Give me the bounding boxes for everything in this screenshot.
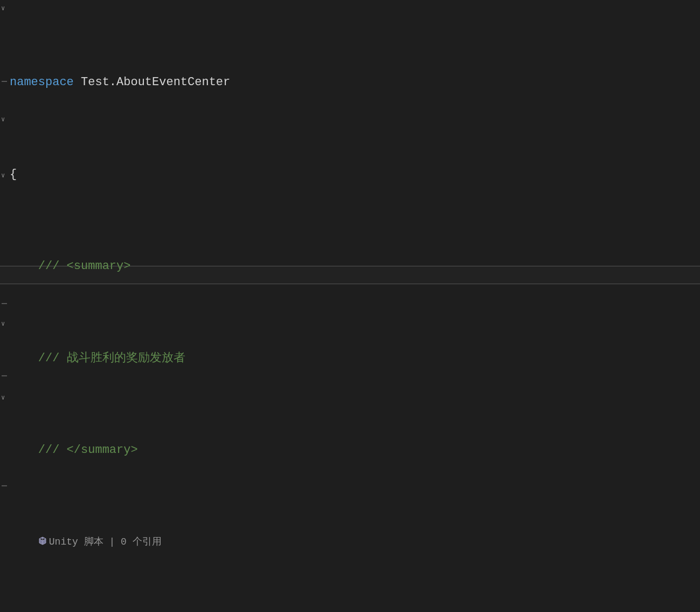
keyword-namespace: namespace: [10, 75, 74, 89]
gutter: ∨ ∨ ∨ ∨ ∨: [0, 0, 10, 612]
code-line[interactable]: /// </summary>: [10, 441, 700, 459]
code-line[interactable]: /// 战斗胜利的奖励发放者: [10, 349, 700, 368]
code-line[interactable]: /// <summary>: [10, 257, 700, 276]
namespace-name: Test.AboutEventCenter: [81, 75, 230, 89]
xmldoc: /// </summary>: [38, 443, 138, 457]
xmldoc: /// <summary>: [38, 259, 131, 273]
code-line[interactable]: {: [10, 166, 700, 184]
codelens-text[interactable]: Unity 脚本 | 0 个引用: [49, 537, 162, 547]
codelens-line[interactable]: Unity 脚本 | 0 个引用: [10, 533, 700, 551]
unity-cube-icon: [38, 537, 47, 545]
code-editor[interactable]: ∨ ∨ ∨ ∨ ∨ namespace Test.AboutEventCente…: [0, 0, 700, 612]
xmldoc: /// 战斗胜利的奖励发放者: [38, 352, 185, 365]
code-line[interactable]: namespace Test.AboutEventCenter: [10, 73, 700, 92]
code-area[interactable]: namespace Test.AboutEventCenter { /// <s…: [10, 0, 700, 612]
brace: {: [10, 168, 17, 181]
